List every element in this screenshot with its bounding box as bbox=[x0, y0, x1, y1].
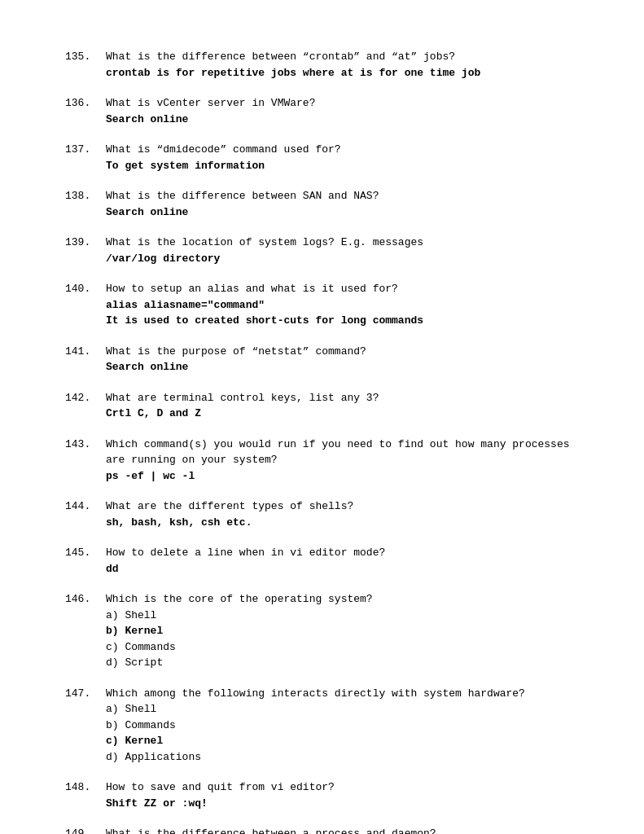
item-content: What is vCenter server in VMWare?Search … bbox=[106, 95, 579, 127]
item-option: d) Script bbox=[106, 655, 579, 671]
item-number: 143. bbox=[65, 437, 106, 485]
item-number: 144. bbox=[65, 498, 106, 530]
item-answer: Search online bbox=[106, 359, 579, 375]
item-option: a) Shell bbox=[106, 701, 579, 718]
item-content: What are terminal control keys, list any… bbox=[106, 390, 579, 422]
item-content: What are the different types of shells?s… bbox=[106, 498, 579, 530]
item-number: 141. bbox=[65, 344, 106, 375]
item-question: How to delete a line when in vi editor m… bbox=[106, 545, 579, 561]
item-question: Which is the core of the operating syste… bbox=[106, 591, 579, 608]
item-number: 146. bbox=[65, 591, 106, 671]
item-content: How to save and quit from vi editor?Shif… bbox=[106, 779, 579, 811]
item-question: What is the location of system logs? E.g… bbox=[106, 235, 579, 251]
item-question: What are terminal control keys, list any… bbox=[106, 390, 579, 406]
list-item: 139.What is the location of system logs?… bbox=[65, 235, 579, 266]
item-option: c) Commands bbox=[106, 639, 579, 656]
item-question: What is the difference between a process… bbox=[106, 826, 579, 834]
list-item: 147.Which among the following interacts … bbox=[65, 686, 579, 766]
list-item: 148.How to save and quit from vi editor?… bbox=[65, 779, 579, 811]
list-item: 146.Which is the core of the operating s… bbox=[65, 591, 579, 671]
list-item: 141.What is the purpose of “netstat” com… bbox=[65, 344, 579, 375]
item-option: a) Shell bbox=[106, 608, 579, 624]
item-option: b) Commands bbox=[106, 718, 579, 734]
item-content: What is the purpose of “netstat” command… bbox=[106, 344, 579, 375]
item-answer: It is used to created short-cuts for lon… bbox=[106, 313, 579, 329]
item-content: Which is the core of the operating syste… bbox=[106, 591, 579, 671]
item-answer: alias aliasname="command" bbox=[106, 297, 579, 314]
item-number: 137. bbox=[65, 142, 106, 173]
list-item: 140.How to setup an alias and what is it… bbox=[65, 281, 579, 329]
list-item: 149.What is the difference between a pro… bbox=[65, 826, 579, 834]
item-option: c) Kernel bbox=[106, 733, 579, 749]
item-content: What is the difference between “crontab”… bbox=[106, 49, 579, 81]
item-number: 138. bbox=[65, 188, 106, 220]
item-question: What is vCenter server in VMWare? bbox=[106, 95, 579, 112]
item-number: 145. bbox=[65, 545, 106, 577]
item-answer: dd bbox=[106, 561, 579, 577]
item-question: What are the different types of shells? bbox=[106, 498, 579, 515]
item-number: 135. bbox=[65, 49, 106, 81]
item-content: Which command(s) you would run if you ne… bbox=[106, 437, 579, 485]
item-question: Which among the following interacts dire… bbox=[106, 686, 579, 702]
item-question: What is the difference between “crontab”… bbox=[106, 49, 579, 65]
item-content: What is the difference between a process… bbox=[106, 826, 579, 834]
item-answer: Search online bbox=[106, 204, 579, 221]
item-content: How to delete a line when in vi editor m… bbox=[106, 545, 579, 577]
item-question: What is the difference between SAN and N… bbox=[106, 188, 579, 204]
item-answer: crontab is for repetitive jobs where at … bbox=[106, 65, 579, 81]
item-answer: ps -ef | wc -l bbox=[106, 468, 579, 485]
item-answer: sh, bash, ksh, csh etc. bbox=[106, 515, 579, 531]
item-answer: /var/log directory bbox=[106, 251, 579, 267]
item-number: 142. bbox=[65, 390, 106, 422]
item-question: Which command(s) you would run if you ne… bbox=[106, 437, 579, 468]
item-option: d) Applications bbox=[106, 749, 579, 766]
item-question: What is “dmidecode” command used for? bbox=[106, 142, 579, 158]
item-number: 139. bbox=[65, 235, 106, 266]
item-answer: Shift ZZ or :wq! bbox=[106, 796, 579, 812]
item-question: How to save and quit from vi editor? bbox=[106, 779, 579, 796]
list-item: 137.What is “dmidecode” command used for… bbox=[65, 142, 579, 173]
list-item: 144.What are the different types of shel… bbox=[65, 498, 579, 530]
item-answer: Search online bbox=[106, 112, 579, 128]
qa-list: 135.What is the difference between “cron… bbox=[65, 49, 579, 834]
item-content: What is “dmidecode” command used for?To … bbox=[106, 142, 579, 173]
item-question: How to setup an alias and what is it use… bbox=[106, 281, 579, 297]
item-content: Which among the following interacts dire… bbox=[106, 686, 579, 766]
item-option: b) Kernel bbox=[106, 623, 579, 639]
item-content: What is the difference between SAN and N… bbox=[106, 188, 579, 220]
item-content: What is the location of system logs? E.g… bbox=[106, 235, 579, 266]
item-answer: To get system information bbox=[106, 158, 579, 174]
list-item: 143.Which command(s) you would run if yo… bbox=[65, 437, 579, 485]
item-number: 148. bbox=[65, 779, 106, 811]
list-item: 138.What is the difference between SAN a… bbox=[65, 188, 579, 220]
item-number: 136. bbox=[65, 95, 106, 127]
item-content: How to setup an alias and what is it use… bbox=[106, 281, 579, 329]
item-number: 149. bbox=[65, 826, 106, 834]
list-item: 136.What is vCenter server in VMWare?Sea… bbox=[65, 95, 579, 127]
list-item: 142.What are terminal control keys, list… bbox=[65, 390, 579, 422]
item-question: What is the purpose of “netstat” command… bbox=[106, 344, 579, 360]
item-number: 147. bbox=[65, 686, 106, 766]
list-item: 135.What is the difference between “cron… bbox=[65, 49, 579, 81]
list-item: 145.How to delete a line when in vi edit… bbox=[65, 545, 579, 577]
item-answer: Crtl C, D and Z bbox=[106, 406, 579, 422]
item-number: 140. bbox=[65, 281, 106, 329]
